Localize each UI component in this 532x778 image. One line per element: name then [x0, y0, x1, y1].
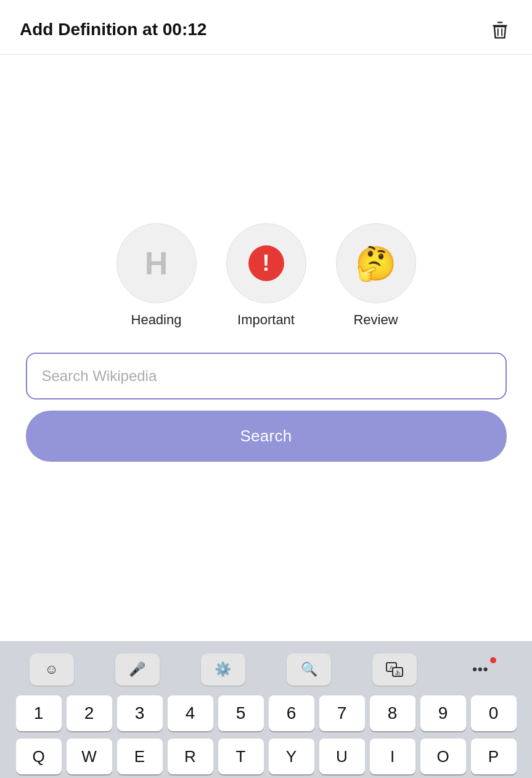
important-icon: !: [248, 245, 284, 281]
keyboard-toolbar: ☺ 🎤 ⚙️ 🔍 A あ •••: [0, 647, 532, 692]
key-7[interactable]: 7: [319, 695, 365, 731]
key-5[interactable]: 5: [218, 695, 264, 731]
mic-key[interactable]: 🎤: [115, 653, 160, 686]
category-important[interactable]: ! Important: [226, 223, 306, 328]
category-heading[interactable]: H Heading: [117, 223, 197, 328]
settings-key[interactable]: ⚙️: [201, 653, 245, 686]
key-4[interactable]: 4: [168, 695, 213, 731]
key-8[interactable]: 8: [370, 695, 415, 731]
heading-icon: H: [145, 245, 168, 282]
review-circle: 🤔: [336, 223, 416, 303]
key-0[interactable]: 0: [471, 695, 517, 731]
key-i[interactable]: I: [370, 739, 415, 774]
key-t[interactable]: T: [218, 739, 264, 774]
search-input[interactable]: [26, 353, 507, 399]
key-o[interactable]: O: [420, 739, 466, 774]
letter-row: Q W E R T Y U I O P: [0, 735, 532, 778]
key-6[interactable]: 6: [269, 695, 314, 731]
translate-key[interactable]: A あ: [372, 653, 417, 686]
keyboard: ☺ 🎤 ⚙️ 🔍 A あ ••• 1 2 3 4 5 6 7 8 9 0 Q: [0, 641, 532, 778]
important-label: Important: [237, 312, 295, 328]
search-input-wrapper: [26, 353, 507, 399]
svg-text:あ: あ: [395, 669, 401, 676]
page-title: Add Definition at 00:12: [20, 20, 207, 39]
category-review[interactable]: 🤔 Review: [336, 223, 416, 328]
header: Add Definition at 00:12: [0, 0, 532, 55]
category-row: H Heading ! Important 🤔 Review: [117, 223, 416, 328]
key-q[interactable]: Q: [16, 739, 62, 774]
number-row: 1 2 3 4 5 6 7 8 9 0: [0, 692, 532, 735]
main-content: H Heading ! Important 🤔 Review Search: [0, 55, 532, 641]
key-y[interactable]: Y: [269, 739, 314, 774]
delete-button[interactable]: [488, 17, 512, 42]
key-1[interactable]: 1: [16, 695, 62, 731]
heading-circle: H: [117, 223, 197, 303]
svg-rect-1: [497, 22, 503, 23]
key-r[interactable]: R: [168, 739, 213, 774]
key-e[interactable]: E: [117, 739, 163, 774]
more-key[interactable]: •••: [458, 653, 502, 686]
emoji-key[interactable]: ☺: [30, 653, 74, 686]
heading-label: Heading: [131, 312, 182, 328]
key-u[interactable]: U: [319, 739, 365, 774]
key-9[interactable]: 9: [420, 695, 466, 731]
search-button-wrapper: Search: [26, 411, 507, 462]
review-label: Review: [353, 312, 398, 328]
key-p[interactable]: P: [471, 739, 517, 774]
search-key[interactable]: 🔍: [287, 653, 331, 686]
key-3[interactable]: 3: [117, 695, 163, 731]
search-button[interactable]: Search: [26, 411, 507, 462]
review-icon: 🤔: [355, 244, 396, 283]
key-2[interactable]: 2: [67, 695, 112, 731]
important-circle: !: [226, 223, 306, 303]
key-w[interactable]: W: [67, 739, 112, 774]
